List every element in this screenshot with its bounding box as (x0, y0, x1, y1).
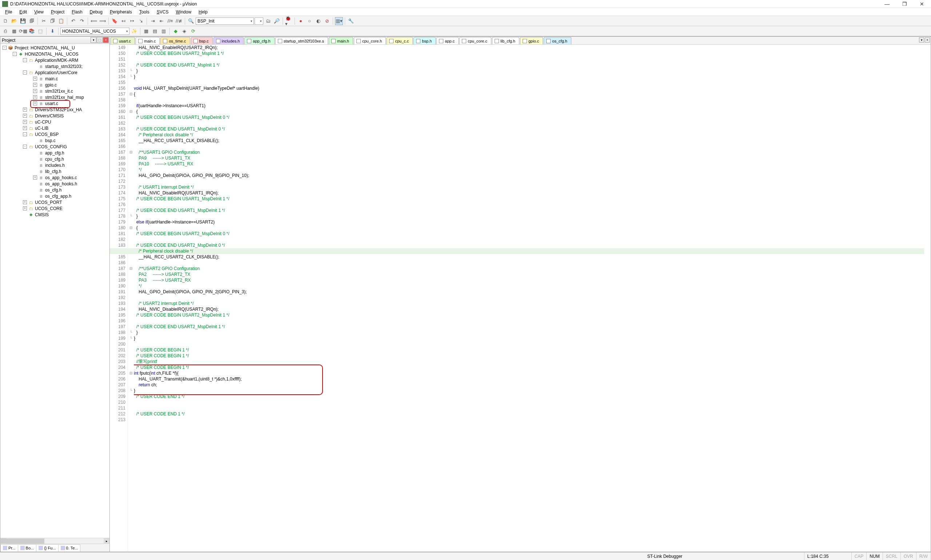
translate-icon[interactable]: ⎙ (2, 27, 9, 35)
close-button[interactable]: ✕ (916, 1, 927, 7)
find-scope-combo[interactable] (254, 17, 263, 25)
target-options-icon[interactable]: ✨ (130, 27, 138, 35)
code-body[interactable]: 1491501511521531541551561571581591601611… (110, 45, 931, 552)
tab-list-icon[interactable]: ▾ (919, 37, 924, 43)
tree-item[interactable]: +🗎os_app_hooks.c (0, 174, 109, 181)
tree-item[interactable]: 🗎lib_cfg.h (0, 168, 109, 174)
tree-item[interactable]: 🗎os_cfg.h (0, 187, 109, 193)
minimize-button[interactable]: — (882, 1, 892, 7)
build-icon[interactable]: ▦ (10, 27, 18, 35)
update-icon[interactable]: ⟳ (189, 27, 197, 35)
code-tab[interactable]: os_time.c (160, 37, 190, 44)
window-layout-icon[interactable]: ▥▾ (335, 17, 343, 25)
tab-close-icon[interactable]: × (925, 37, 930, 43)
code-tab[interactable]: cpu_core.c (459, 37, 491, 44)
tree-item[interactable]: +🗀UCOS_PORT (0, 199, 109, 205)
tree-item[interactable]: -◆HONIZONTAL_HAL_UCOS (0, 51, 109, 57)
incr-find-icon[interactable]: 🔎 (273, 17, 281, 25)
tree-item[interactable]: -🗀Application/MDK-ARM (0, 57, 109, 63)
code-tab[interactable]: startup_stm32f103xe.s (275, 37, 328, 44)
tree-item[interactable]: +🗎usart.c (0, 100, 109, 106)
menu-svcs[interactable]: SVCS (154, 9, 172, 15)
menu-tools[interactable]: Tools (136, 9, 153, 15)
bookmark-prev-icon[interactable]: ↤ (119, 17, 127, 25)
undo-icon[interactable]: ↶ (69, 17, 77, 25)
project-hscroll[interactable]: ◂▸ (0, 538, 109, 544)
code-tab[interactable]: app.c (436, 37, 459, 44)
comment-icon[interactable]: //≡ (166, 17, 174, 25)
manage-rtos-icon[interactable]: ▦ (142, 27, 150, 35)
target-combo[interactable]: HONIZONTAL_HAL_UCOS (60, 28, 129, 35)
code-tab[interactable]: app_cfg.h (244, 37, 274, 44)
tree-item[interactable]: +🗀Drivers/CMSIS (0, 113, 109, 119)
select-packs-icon[interactable]: ▥ (160, 27, 168, 35)
code-tab[interactable]: bsp.h (413, 37, 436, 44)
configure-icon[interactable]: 🔧 (347, 17, 355, 25)
find-icon[interactable]: 🔍 (187, 17, 195, 25)
tree-item[interactable]: 🗎app_cfg.h (0, 150, 109, 156)
fold-column[interactable]: └└ ⊟ ⊟ ⊟ └ ⊟ ⊟ └└ ⊟ └ (128, 45, 134, 552)
panel-pin-icon[interactable]: ⬚ (97, 37, 103, 43)
code-tab[interactable]: cpu_core.h (354, 37, 386, 44)
panel-tab[interactable]: Pr... (0, 545, 18, 552)
download-icon[interactable]: ⬇ (48, 27, 56, 35)
breakpoint-enable-icon[interactable]: ○ (305, 17, 313, 25)
menu-file[interactable]: File (2, 9, 15, 15)
tree-item[interactable]: -🗀UCOS_CONFIG (0, 143, 109, 150)
nav-back-icon[interactable]: ⟸ (90, 17, 98, 25)
menu-help[interactable]: Help (196, 9, 211, 15)
tree-item[interactable]: +🗀UCOS_CORE (0, 205, 109, 211)
save-icon[interactable]: 💾 (19, 17, 27, 25)
tree-item[interactable]: 🗎startup_stm32f103; (0, 63, 109, 69)
uncomment-icon[interactable]: //≢ (175, 17, 183, 25)
panel-pos-icon[interactable]: ▾ (91, 37, 96, 43)
pack-install-icon[interactable]: ◆ (172, 27, 180, 35)
panel-tab[interactable]: {} Fu... (36, 545, 58, 552)
tree-item[interactable]: 🗎os_cfg_app.h (0, 193, 109, 199)
open-icon[interactable]: 📂 (10, 17, 18, 25)
tree-item[interactable]: 🗎bsp.c (0, 137, 109, 143)
code-tab[interactable]: main.c (136, 37, 160, 44)
project-tree[interactable]: -📦Project: HONIZONTAL_HAL_U-◆HONIZONTAL_… (0, 44, 109, 538)
breakpoint-kill-icon[interactable]: ⊘ (323, 17, 331, 25)
maximize-button[interactable]: ❐ (899, 1, 910, 7)
tree-item[interactable]: ◆CMSIS (0, 211, 109, 218)
menu-project[interactable]: Project (48, 9, 67, 15)
tree-item[interactable]: +🗎gpio.c (0, 82, 109, 88)
panel-close-icon[interactable]: × (103, 37, 109, 43)
find-in-files-icon[interactable]: 🗂 (264, 17, 272, 25)
nav-fwd-icon[interactable]: ⟹ (99, 17, 106, 25)
manage-components-icon[interactable]: ▤ (151, 27, 159, 35)
code-tab[interactable]: includes.h (213, 37, 244, 44)
menu-window[interactable]: Window (173, 9, 194, 15)
menu-debug[interactable]: Debug (87, 9, 105, 15)
code-tab[interactable]: main.h (329, 37, 353, 44)
tree-item[interactable]: +🗀uC-CPU (0, 119, 109, 125)
stop-build-icon[interactable]: ⬚ (36, 27, 45, 35)
record-icon[interactable]: ● (297, 17, 305, 25)
tree-item[interactable]: 🗎os_app_hooks.h (0, 181, 109, 187)
panel-tab[interactable]: Bo... (18, 545, 37, 552)
debug-icon[interactable]: 🐞▾ (285, 17, 293, 25)
menu-flash[interactable]: Flash (69, 9, 85, 15)
tools-icon[interactable]: ◈ (180, 27, 188, 35)
tree-item[interactable]: +🗀Drivers/STM32F1xx_HA (0, 106, 109, 113)
outdent-icon[interactable]: ⇤ (157, 17, 165, 25)
rebuild-icon[interactable]: ⟳▦ (19, 27, 27, 35)
code-tab[interactable]: lib_cfg.h (492, 37, 519, 44)
menu-peripherals[interactable]: Peripherals (107, 9, 135, 15)
find-combo[interactable]: BSP_Init (196, 17, 254, 25)
tree-item[interactable]: +🗀uC-LIB (0, 125, 109, 131)
tree-item[interactable]: +🗎stm32f1xx_hal_msp (0, 94, 109, 100)
menu-edit[interactable]: Edit (16, 9, 30, 15)
code-tab[interactable]: os_cfg.h (544, 37, 571, 44)
panel-tab[interactable]: 0. Te... (58, 545, 81, 552)
code-tab[interactable]: gpio.c (520, 37, 543, 44)
breakpoint-disable-icon[interactable]: ◐ (314, 17, 322, 25)
menu-view[interactable]: View (31, 9, 46, 15)
tree-item[interactable]: -🗀UCOS_BSP (0, 131, 109, 137)
tree-item[interactable]: 🗎cpu_cfg.h (0, 156, 109, 162)
redo-icon[interactable]: ↷ (78, 17, 86, 25)
tree-item[interactable]: -🗀Application/User/Core (0, 69, 109, 75)
batch-build-icon[interactable]: 📚 (28, 27, 35, 35)
